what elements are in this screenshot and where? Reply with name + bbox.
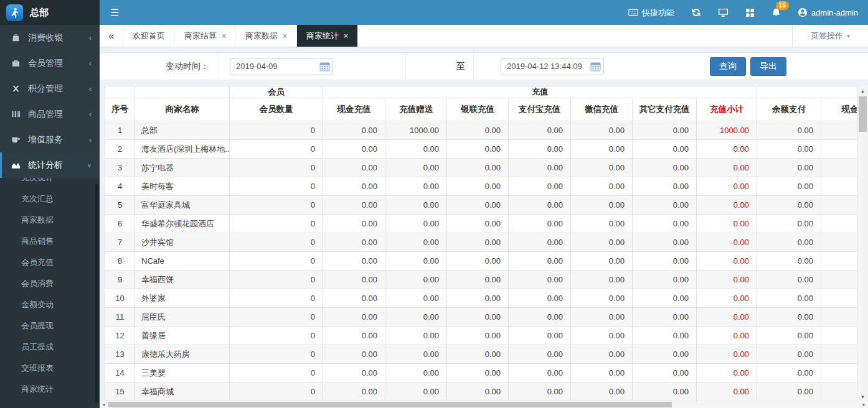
table-zone: 会员充值序号商家名称会员数量现金充值充值赠送银联充值支付宝充值微信充值其它支付充… [105, 86, 868, 402]
quick-functions[interactable]: 快捷功能 [628, 9, 674, 17]
table-cell: 0 [230, 215, 323, 233]
sidebar-submenu-item[interactable]: 充次汇总 [0, 188, 100, 210]
tab-close-icon[interactable]: × [222, 32, 226, 40]
grid-icon[interactable] [745, 8, 755, 17]
sidebar-submenu-item[interactable]: 会员充值 [0, 252, 100, 273]
calendar-icon[interactable] [319, 62, 330, 72]
sidebar-submenu-item[interactable]: 金额变动 [0, 294, 100, 315]
table-cell: 0.00 [323, 215, 385, 233]
table-cell: 0.00 [385, 327, 447, 345]
table-cell: 7 [105, 233, 135, 252]
table-cell: 14 [105, 364, 135, 382]
table-cell: 0.00 [323, 271, 385, 289]
tab[interactable]: 商家数据× [236, 25, 297, 47]
table-cell: 屈臣氏 [135, 308, 230, 327]
table-cell: 0.00 [385, 271, 447, 289]
table-cell: 0.00 [571, 215, 633, 233]
sidebar-submenu-item[interactable]: 会员提现 [0, 315, 100, 336]
scroll-down-icon[interactable]: ▾ [857, 392, 868, 402]
sidebar-scrollbar[interactable] [95, 184, 98, 403]
table-cell: 0 [230, 364, 323, 382]
table-row: 4美时每客00.000.000.000.000.000.000.000.000.… [105, 177, 857, 196]
table-cell: 0.00 [385, 382, 447, 401]
table-cell: 0 [230, 196, 323, 215]
date-to-input[interactable] [501, 58, 604, 75]
column-header: 充值小计 [697, 98, 757, 121]
scroll-left-icon[interactable]: ◂ [100, 401, 108, 408]
table-cell: 0.00 [821, 196, 857, 215]
table-cell: 0.00 [509, 196, 571, 215]
vertical-scrollbar[interactable]: ▴ ▾ [857, 86, 868, 402]
sidebar-item[interactable]: 增值服务‹ [0, 127, 100, 152]
export-button[interactable]: 导出 [750, 57, 786, 76]
sidebar-submenu-item[interactable]: 充次统计 [0, 178, 100, 188]
table-cell: 0.00 [509, 121, 571, 140]
table-cell: 0.00 [509, 382, 571, 401]
monitor-icon[interactable] [718, 8, 729, 17]
sidebar-submenu-item[interactable]: 商家数据 [0, 210, 100, 231]
table-cell: 0.00 [633, 121, 697, 140]
tab[interactable]: 商家统计× [297, 25, 358, 47]
table-cell: 0.00 [385, 364, 447, 382]
tab[interactable]: 欢迎首页 [123, 25, 175, 47]
sidebar-submenu-item[interactable]: 员工提成 [0, 336, 100, 358]
refresh-icon[interactable] [691, 7, 701, 17]
table-cell: 0.00 [571, 382, 633, 401]
chevron-left-icon: ‹ [89, 135, 92, 144]
scroll-up-icon[interactable]: ▴ [857, 86, 868, 96]
sidebar-submenu-item[interactable]: 商家统计 [0, 379, 100, 400]
logo[interactable]: 总部 [0, 0, 100, 25]
table-cell: 0.00 [323, 308, 385, 327]
sidebar-item-label: 会员管理 [28, 58, 89, 69]
main-area: ☰ 快捷功能 [100, 0, 868, 408]
table-cell: 0.00 [821, 121, 857, 140]
column-header: 其它支付充值 [633, 98, 697, 121]
table-row: 11屈臣氏00.000.000.000.000.000.000.000.000.… [105, 308, 857, 327]
sidebar-submenu-item[interactable]: 会员消费 [0, 273, 100, 294]
table-cell: 0 [230, 327, 323, 345]
sidebar-item[interactable]: 商品管理‹ [0, 101, 100, 127]
horizontal-scrollbar[interactable]: ◂ ▸ [100, 401, 868, 408]
logo-text: 总部 [30, 7, 49, 19]
tabs-collapse-icon[interactable]: « [100, 25, 123, 47]
sidebar-submenu-item[interactable]: 商品销售 [0, 231, 100, 252]
tab-operations-button[interactable]: 页签操作 ▾ [792, 25, 868, 47]
tab[interactable]: 商家结算× [175, 25, 236, 47]
horizontal-scroll-thumb[interactable] [108, 402, 672, 407]
table-cell: 0.00 [385, 215, 447, 233]
sidebar-item[interactable]: 消费收银‹ [0, 25, 100, 50]
vertical-scroll-thumb[interactable] [859, 96, 867, 132]
notifications[interactable]: 15 [771, 7, 781, 17]
table-cell: 0 [230, 252, 323, 271]
table-cell: 0.00 [633, 289, 697, 308]
table-cell: 0.00 [757, 140, 821, 159]
table-cell: 总部 [135, 121, 230, 140]
query-button[interactable]: 查询 [710, 57, 746, 76]
table-cell: 13 [105, 345, 135, 364]
table-cell: 15 [105, 382, 135, 401]
table-cell: 0.00 [757, 271, 821, 289]
calendar-icon[interactable] [590, 62, 601, 72]
table-cell: 0.00 [633, 140, 697, 159]
table-cell: 0.00 [697, 327, 757, 345]
user-menu[interactable]: admin-admin [798, 7, 858, 17]
table-cell: 0 [230, 382, 323, 401]
hamburger-icon[interactable]: ☰ [100, 7, 130, 19]
sidebar-item[interactable]: 会员管理‹ [0, 50, 100, 76]
tab-close-icon[interactable]: × [344, 32, 348, 40]
filter-panel: 变动时间： 至 [100, 52, 868, 80]
table-cell: 0.00 [447, 327, 509, 345]
table-cell: 0.00 [633, 196, 697, 215]
table-cell: 善缘居 [135, 327, 230, 345]
table-cell: 沙井宾馆 [135, 233, 230, 252]
table-cell: 0 [230, 308, 323, 327]
table-cell: 0.00 [571, 177, 633, 196]
tab-close-icon[interactable]: × [283, 32, 287, 40]
table-cell: 0.00 [323, 159, 385, 177]
chevron-left-icon: ‹ [89, 109, 92, 119]
date-from-input[interactable] [230, 58, 333, 75]
sidebar-submenu-item[interactable]: 交班报表 [0, 358, 100, 379]
sidebar-item[interactable]: 积分管理‹ [0, 76, 100, 101]
sidebar-item[interactable]: 统计分析∨ [0, 152, 100, 178]
scroll-right-icon[interactable]: ▸ [860, 401, 868, 408]
